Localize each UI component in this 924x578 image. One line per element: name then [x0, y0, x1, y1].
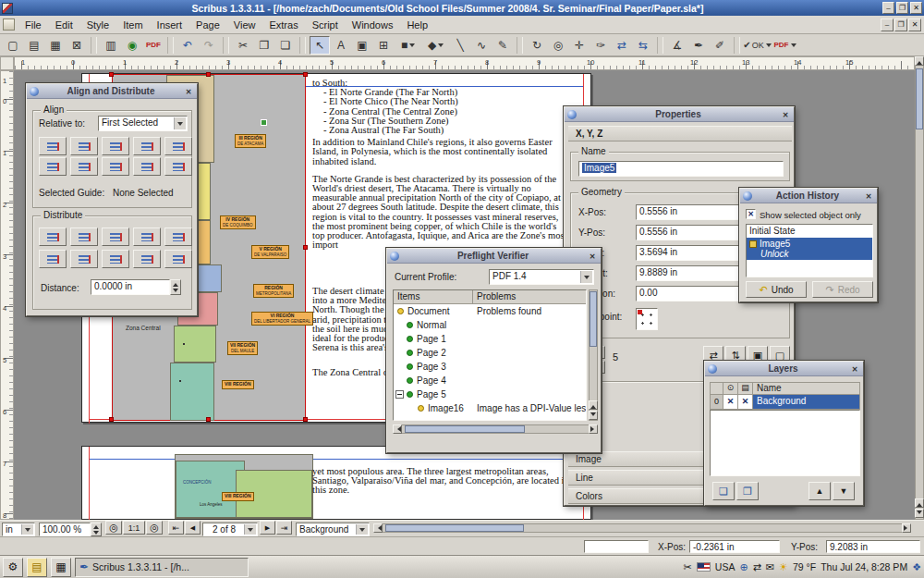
align-bottom-button[interactable] — [39, 157, 67, 176]
preflight-row-page1[interactable]: Page 1 — [394, 332, 586, 346]
rotation-field[interactable]: 0.00 — [636, 286, 754, 301]
scroll-right-arrow[interactable] — [589, 424, 598, 434]
combo-arrow-icon[interactable] — [174, 117, 186, 129]
distribute-bottom-button[interactable] — [102, 250, 129, 268]
clock-label[interactable]: Thu Jul 24, 8:28 PM — [821, 561, 907, 572]
menu-item-page[interactable]: Page — [189, 18, 226, 32]
resize-handle[interactable] — [303, 245, 308, 250]
align-guide-center-button[interactable] — [102, 157, 129, 176]
spin-up-icon[interactable] — [173, 280, 178, 287]
align-guide-left-button[interactable] — [70, 157, 98, 176]
preflight-table[interactable]: Items Problems Document Problems found N… — [393, 289, 587, 421]
preflight-row-page5[interactable]: Page 5 — [394, 387, 586, 401]
app-tray-icon[interactable]: ❖ — [912, 561, 921, 573]
scroll-up-arrow[interactable] — [589, 400, 598, 410]
child-restore-button[interactable]: ❐ — [894, 18, 907, 31]
ypos-field[interactable]: 0.5556 in — [636, 225, 754, 240]
paste-button[interactable]: ❏ — [275, 36, 296, 55]
raise-layer-button[interactable]: ▲ — [808, 482, 831, 500]
scroll-right-arrow[interactable] — [902, 523, 911, 533]
child-minimize-button[interactable]: – — [881, 18, 894, 31]
next-page-button[interactable]: ▶ — [260, 521, 275, 535]
preflight-row-image16[interactable]: Image16 Image has a DPI-Value les — [394, 401, 586, 415]
align-top-button[interactable] — [133, 137, 161, 155]
edit-text-tool[interactable]: ✑ — [590, 36, 611, 55]
height-field[interactable]: 9.8889 in — [636, 265, 754, 281]
close-button[interactable]: ✕ — [910, 2, 922, 14]
preflight-titlebar[interactable]: Preflight Verifier ✕ — [387, 249, 601, 264]
scroll-left-arrow[interactable] — [393, 424, 402, 434]
scrollbar-thumb[interactable] — [916, 68, 923, 129]
layer-visible-checkbox[interactable]: ✕ — [723, 395, 738, 409]
new-document-button[interactable]: ▢ — [3, 36, 23, 55]
resize-handle[interactable] — [303, 72, 308, 77]
redo-button[interactable]: ↷ Redo — [812, 281, 873, 298]
open-document-button[interactable]: ▤ — [24, 36, 44, 55]
collapse-expander-icon[interactable] — [395, 390, 404, 399]
history-item-selected[interactable]: Image5 Unlock — [747, 238, 872, 260]
width-field[interactable]: 3.5694 in — [636, 245, 754, 261]
preflight-row-page4[interactable]: Page 4 — [394, 374, 586, 387]
distribute-top-button[interactable] — [39, 250, 67, 268]
layers-close-icon[interactable]: ✕ — [849, 363, 860, 375]
preflight-verifier-dialog[interactable]: Preflight Verifier ✕ Current Profile: PD… — [386, 248, 602, 453]
insert-table-tool[interactable]: ⊞ — [373, 36, 394, 55]
window-titlebar[interactable]: Scribus 1.3.3.11 - [/home/zach/Documents… — [0, 0, 924, 16]
rotate-item-tool[interactable]: ↻ — [527, 36, 547, 55]
preflight-verifier-button[interactable]: ◉ — [122, 36, 142, 55]
zoom-in-button[interactable]: ◎ — [146, 521, 163, 535]
distribute-gaps-v-button[interactable] — [133, 250, 161, 268]
globe-tray-icon[interactable]: ⊕ — [739, 561, 748, 573]
measurements-tool[interactable]: ∡ — [667, 36, 687, 55]
distribute-middle-button[interactable] — [70, 250, 98, 268]
zoom-out-button[interactable]: ◎ — [105, 521, 122, 535]
cut-button[interactable]: ✂ — [233, 36, 253, 55]
combo-arrow-icon[interactable] — [244, 524, 256, 535]
horizontal-scrollbar[interactable] — [373, 523, 911, 533]
zoom-tool[interactable]: ◎ — [548, 36, 568, 55]
xpos-field[interactable]: 0.5556 in — [636, 204, 754, 220]
menu-item-item[interactable]: Item — [116, 18, 149, 32]
align-middle-button[interactable] — [164, 137, 192, 155]
insert-polygon-tool[interactable]: ◆ — [422, 36, 449, 55]
align-left-button[interactable] — [39, 137, 67, 155]
properties-titlebar[interactable]: Properties ✕ — [565, 107, 794, 122]
temperature-label[interactable]: 79 °F — [793, 561, 816, 572]
preflight-row-document[interactable]: Document Problems found — [394, 304, 586, 318]
history-item-initial[interactable]: Initial State — [747, 225, 872, 238]
action-history-titlebar[interactable]: Action History ✕ — [740, 189, 877, 203]
align-guide-top-button[interactable] — [164, 157, 192, 176]
ruler-corner[interactable] — [0, 56, 14, 70]
zoom-field[interactable]: 100.00 % — [39, 523, 91, 536]
show-selected-checkbox[interactable]: ✕ — [746, 209, 756, 219]
menu-item-file[interactable]: File — [18, 18, 48, 32]
copy-button[interactable]: ❐ — [254, 36, 274, 55]
align-distribute-dialog[interactable]: Align and Distribute ✕ Align Relative to… — [26, 83, 198, 316]
app-launcher-button[interactable]: ⚙ — [3, 558, 23, 577]
insert-bezier-tool[interactable]: ∿ — [471, 36, 492, 55]
distribute-y-button[interactable] — [164, 250, 192, 268]
layer-name[interactable]: Background — [753, 395, 859, 409]
pdf-tools-dropdown[interactable]: PDF — [772, 36, 798, 55]
menu-item-insert[interactable]: Insert — [151, 18, 189, 32]
scroll-up-arrow-2[interactable] — [915, 498, 924, 508]
menu-item-script[interactable]: Script — [306, 18, 345, 32]
resize-handle[interactable] — [206, 417, 211, 422]
unlink-text-frames-tool[interactable]: ⇆ — [633, 36, 653, 55]
distance-spinner[interactable] — [170, 279, 181, 295]
unit-combo[interactable]: in — [2, 523, 35, 536]
insert-line-tool[interactable]: ╲ — [450, 36, 470, 55]
eyedropper-tool[interactable]: ✐ — [710, 36, 730, 55]
layers-dialog[interactable]: Layers ✕ ⊙ ▤ Name 0 ✕ ✕ Background ❏ ❐ ▲… — [704, 361, 864, 506]
scrollbar-thumb[interactable] — [405, 425, 525, 433]
close-document-button[interactable]: ⊠ — [67, 36, 87, 55]
preflight-vscrollbar[interactable] — [589, 289, 598, 421]
layer-print-checkbox[interactable]: ✕ — [738, 395, 753, 409]
previous-page-button[interactable]: ◀ — [185, 521, 201, 535]
preflight-close-icon[interactable]: ✕ — [587, 251, 598, 262]
scroll-down-arrow[interactable] — [589, 411, 598, 420]
align-close-icon[interactable]: ✕ — [183, 86, 194, 97]
preflight-row-normal[interactable]: Normal — [394, 318, 586, 332]
distance-field[interactable]: 0.0000 in — [91, 279, 170, 295]
preflight-row-page3[interactable]: Page 3 — [394, 360, 586, 374]
